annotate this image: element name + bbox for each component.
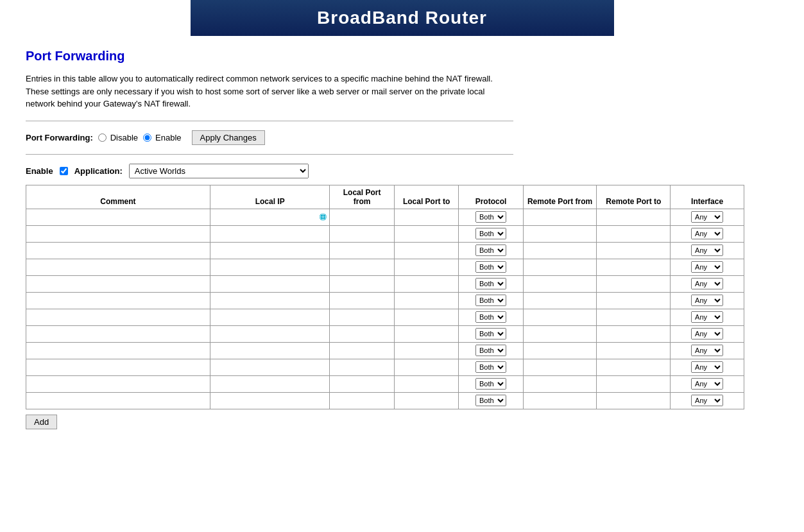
remote-port-to-input[interactable] — [599, 261, 668, 273]
comment-input[interactable] — [28, 261, 208, 273]
remote-port-from-input[interactable] — [526, 244, 595, 257]
interface-select[interactable]: AnyWANLAN — [691, 261, 723, 273]
interface-select[interactable]: AnyWANLAN — [691, 361, 723, 373]
local-ip-input[interactable] — [212, 327, 328, 340]
remote-port-from-input[interactable] — [526, 327, 595, 340]
local-ip-input[interactable] — [212, 311, 328, 323]
remote-port-to-input[interactable] — [599, 394, 668, 407]
enable-radio[interactable] — [143, 133, 151, 142]
local-ip-input[interactable] — [212, 261, 328, 273]
remote-port-from-input[interactable] — [526, 261, 595, 273]
remote-port-to-input[interactable] — [599, 327, 668, 340]
local-port-to-input[interactable] — [397, 377, 456, 390]
protocol-select[interactable]: BothTCPUDP — [475, 295, 506, 306]
comment-input[interactable] — [28, 377, 208, 390]
interface-select[interactable]: AnyWANLAN — [691, 328, 723, 339]
remote-port-to-input[interactable] — [599, 277, 668, 290]
local-ip-input[interactable] — [212, 344, 328, 357]
interface-select[interactable]: AnyWANLAN — [691, 211, 723, 223]
local-port-from-input[interactable] — [332, 277, 391, 290]
protocol-select[interactable]: BothTCPUDP — [475, 228, 506, 239]
local-port-from-input[interactable] — [332, 311, 391, 323]
comment-input[interactable] — [28, 244, 208, 257]
local-ip-input[interactable] — [212, 361, 328, 373]
comment-input[interactable] — [28, 394, 208, 407]
protocol-select[interactable]: BothTCPUDP — [475, 361, 506, 373]
remote-port-to-input[interactable] — [599, 227, 668, 240]
interface-select[interactable]: AnyWANLAN — [691, 278, 723, 289]
protocol-select[interactable]: BothTCPUDP — [475, 328, 506, 339]
remote-port-from-input[interactable] — [526, 394, 595, 407]
interface-select[interactable]: AnyWANLAN — [691, 345, 723, 356]
interface-select[interactable]: AnyWANLAN — [691, 245, 723, 256]
comment-input[interactable] — [28, 227, 208, 240]
apply-changes-button[interactable]: Apply Changes — [192, 130, 265, 145]
local-port-from-input[interactable] — [332, 261, 391, 273]
local-port-to-input[interactable] — [397, 244, 456, 257]
local-port-from-input[interactable] — [332, 377, 391, 390]
local-port-to-input[interactable] — [397, 277, 456, 290]
interface-select[interactable]: AnyWANLAN — [691, 395, 723, 406]
application-select[interactable]: Active WorldsAIM TalkAge of EmpiresBattl… — [129, 164, 309, 178]
protocol-select[interactable]: BothTCPUDP — [475, 245, 506, 256]
local-ip-input[interactable] — [212, 244, 328, 257]
remote-port-to-input[interactable] — [599, 361, 668, 373]
comment-input[interactable] — [28, 277, 208, 290]
protocol-select[interactable]: BothTCPUDP — [475, 261, 506, 273]
local-ip-input[interactable] — [212, 377, 328, 390]
interface-select[interactable]: AnyWANLAN — [691, 311, 723, 323]
remote-port-from-input[interactable] — [526, 311, 595, 323]
local-port-to-input[interactable] — [397, 261, 456, 273]
remote-port-from-input[interactable] — [526, 344, 595, 357]
remote-port-to-input[interactable] — [599, 294, 668, 307]
remote-port-from-input[interactable] — [526, 210, 595, 223]
remote-port-from-input[interactable] — [526, 361, 595, 373]
local-ip-input[interactable] — [212, 227, 328, 240]
local-port-to-input[interactable] — [397, 361, 456, 373]
local-port-from-input[interactable] — [332, 294, 391, 307]
local-port-to-input[interactable] — [397, 327, 456, 340]
comment-input[interactable] — [28, 344, 208, 357]
local-port-to-input[interactable] — [397, 344, 456, 357]
remote-port-to-input[interactable] — [599, 311, 668, 323]
local-port-from-input[interactable] — [332, 210, 391, 223]
local-port-to-input[interactable] — [397, 294, 456, 307]
remote-port-from-input[interactable] — [526, 294, 595, 307]
local-port-to-input[interactable] — [397, 311, 456, 323]
comment-input[interactable] — [28, 361, 208, 373]
interface-select[interactable]: AnyWANLAN — [691, 295, 723, 306]
protocol-select[interactable]: BothTCPUDP — [475, 345, 506, 356]
local-port-from-input[interactable] — [332, 244, 391, 257]
disable-radio[interactable] — [98, 133, 107, 142]
local-port-from-input[interactable] — [332, 394, 391, 407]
remote-port-to-input[interactable] — [599, 344, 668, 357]
remote-port-to-input[interactable] — [599, 377, 668, 390]
local-ip-input[interactable] — [212, 294, 328, 307]
remote-port-to-input[interactable] — [599, 210, 668, 223]
remote-port-from-input[interactable] — [526, 277, 595, 290]
comment-input[interactable] — [28, 210, 208, 223]
local-port-from-input[interactable] — [332, 327, 391, 340]
protocol-select[interactable]: BothTCPUDP — [475, 311, 506, 323]
local-ip-input[interactable] — [212, 394, 328, 407]
local-port-to-input[interactable] — [397, 210, 456, 223]
remote-port-from-input[interactable] — [526, 227, 595, 240]
protocol-select[interactable]: BothTCPUDP — [475, 278, 506, 289]
comment-input[interactable] — [28, 294, 208, 307]
enable-checkbox[interactable] — [60, 167, 68, 175]
interface-select[interactable]: AnyWANLAN — [691, 378, 723, 390]
remote-port-from-input[interactable] — [526, 377, 595, 390]
local-port-to-input[interactable] — [397, 394, 456, 407]
add-button[interactable]: Add — [26, 415, 57, 429]
comment-input[interactable] — [28, 311, 208, 323]
protocol-select[interactable]: BothTCPUDP — [475, 378, 506, 390]
local-port-from-input[interactable] — [332, 227, 391, 240]
remote-port-to-input[interactable] — [599, 244, 668, 257]
interface-select[interactable]: AnyWANLAN — [691, 228, 723, 239]
local-ip-input[interactable] — [212, 277, 328, 290]
local-port-from-input[interactable] — [332, 344, 391, 357]
local-ip-input[interactable] — [212, 210, 318, 223]
local-port-to-input[interactable] — [397, 227, 456, 240]
protocol-select[interactable]: BothTCPUDP — [475, 211, 506, 223]
local-port-from-input[interactable] — [332, 361, 391, 373]
